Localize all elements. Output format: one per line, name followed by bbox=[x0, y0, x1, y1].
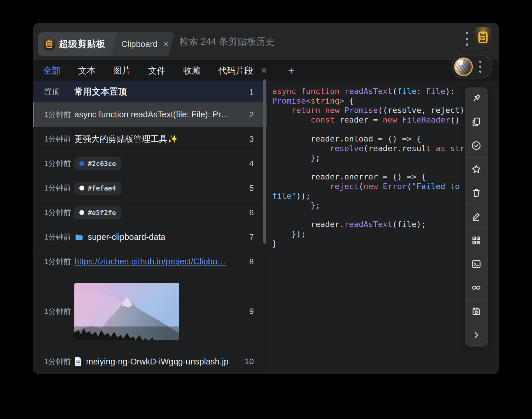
tab-label: 代码片段 bbox=[218, 65, 253, 77]
color-chip: #fefae4 bbox=[74, 182, 121, 195]
qr-code-button[interactable] bbox=[465, 229, 488, 252]
add-tab-button[interactable]: + bbox=[288, 65, 294, 77]
tab-label: 图片 bbox=[113, 65, 131, 77]
terminal-icon bbox=[471, 259, 482, 270]
trash-button[interactable] bbox=[465, 181, 488, 205]
check-circle-button[interactable] bbox=[465, 134, 488, 158]
filter-tab-bar: 全部文本图片文件收藏代码片段✕+ bbox=[33, 60, 499, 81]
app-logo bbox=[44, 39, 55, 50]
tab-6[interactable]: 代码片段✕ bbox=[218, 65, 267, 77]
row-content: 更强大的剪贴板管理工具✨ bbox=[74, 133, 242, 145]
row-index: 1 bbox=[244, 87, 254, 97]
save-icon bbox=[471, 306, 482, 317]
link-text[interactable]: https://ziuchen.github.io/project/Clipbo… bbox=[74, 257, 226, 266]
pin-icon bbox=[471, 93, 482, 104]
save-button[interactable] bbox=[465, 300, 488, 323]
star-button[interactable] bbox=[465, 158, 488, 181]
row-text: 更强大的剪贴板管理工具✨ bbox=[74, 133, 178, 145]
app-badge[interactable] bbox=[473, 27, 493, 47]
row-timestamp: 1分钟前 bbox=[33, 232, 74, 242]
row-index: 9 bbox=[244, 307, 254, 316]
row-index: 5 bbox=[244, 184, 254, 193]
row-content: meiying-ng-OrwkD-iWgqg-unsplash.jp bbox=[74, 357, 242, 366]
tab-1[interactable]: 全部 bbox=[43, 65, 61, 77]
mountain-photo bbox=[74, 283, 179, 340]
list-item[interactable]: 1分钟前#fefae45 bbox=[33, 176, 267, 200]
qr-code-icon bbox=[471, 235, 482, 246]
row-index: 4 bbox=[244, 159, 254, 168]
list-item[interactable]: 1分钟前 9 bbox=[33, 274, 267, 349]
edit-icon bbox=[471, 211, 482, 222]
folder-icon bbox=[74, 233, 84, 242]
color-swatch bbox=[79, 186, 84, 191]
list-item[interactable]: 1分钟前https://ziuchen.github.io/project/Cl… bbox=[33, 249, 267, 274]
tab-2[interactable]: 文本 bbox=[78, 65, 96, 77]
row-content: #2c63ce bbox=[74, 157, 242, 170]
row-timestamp: 1分钟前 bbox=[33, 183, 74, 193]
top-bar: Clipboard ✕ 超级剪贴板 bbox=[33, 23, 499, 60]
row-timestamp: 1分钟前 bbox=[33, 256, 74, 267]
list-item[interactable]: 1分钟前async function readAsText(file: File… bbox=[33, 102, 267, 127]
row-content bbox=[74, 283, 242, 340]
row-timestamp: 1分钟前 bbox=[33, 357, 74, 367]
row-index: 10 bbox=[244, 357, 254, 366]
star-icon bbox=[471, 164, 482, 175]
list-scrollbar[interactable] bbox=[263, 79, 266, 244]
list-item[interactable]: 置顶常用文本置顶1 bbox=[33, 81, 267, 102]
row-text: async function readAsText(file: File): P… bbox=[74, 110, 230, 119]
list-item[interactable]: 1分钟前#2c63ce4 bbox=[33, 151, 267, 176]
folder-name: super-clipboard-data bbox=[88, 232, 165, 242]
infinity-button[interactable] bbox=[465, 276, 488, 300]
row-content: 常用文本置顶 bbox=[74, 86, 242, 98]
list-item[interactable]: 1分钟前 super-clipboard-data7 bbox=[33, 225, 267, 249]
row-index: 2 bbox=[244, 110, 254, 119]
color-hex: #e5f2fe bbox=[88, 209, 116, 217]
tab-5[interactable]: 收藏 bbox=[183, 65, 201, 77]
row-index: 6 bbox=[244, 208, 254, 217]
color-hex: #fefae4 bbox=[88, 184, 116, 192]
title-tab-strip: Clipboard ✕ 超级剪贴板 bbox=[38, 32, 175, 56]
tab-3[interactable]: 图片 bbox=[113, 65, 131, 77]
edit-button[interactable] bbox=[465, 205, 488, 228]
tab-label: 文件 bbox=[148, 65, 166, 77]
tab-label: 文本 bbox=[78, 65, 96, 77]
app-title: 超级剪贴板 bbox=[59, 38, 106, 50]
chevron-right-icon bbox=[471, 329, 482, 341]
color-chip: #e5f2fe bbox=[74, 206, 121, 219]
row-timestamp: 1分钟前 bbox=[33, 158, 74, 169]
clipboard-tab-label: Clipboard bbox=[121, 39, 158, 49]
close-tab-icon[interactable]: ✕ bbox=[163, 40, 169, 48]
pin-button[interactable] bbox=[465, 87, 488, 110]
row-content: https://ziuchen.github.io/project/Clipbo… bbox=[74, 257, 242, 266]
clipboard-history-list: 置顶常用文本置顶11分钟前async function readAsText(f… bbox=[33, 81, 267, 374]
infinity-icon bbox=[471, 282, 482, 293]
row-content: super-clipboard-data bbox=[74, 232, 242, 242]
list-item[interactable]: 1分钟前 meiying-ng-OrwkD-iWgqg-unsplash.jp1… bbox=[33, 349, 267, 374]
color-swatch bbox=[79, 210, 84, 215]
row-index: 8 bbox=[244, 257, 254, 266]
list-item[interactable]: 1分钟前更强大的剪贴板管理工具✨3 bbox=[33, 127, 267, 151]
color-swatch bbox=[79, 161, 84, 166]
app-window: Clipboard ✕ 超级剪贴板 bbox=[33, 23, 499, 374]
clipboard-tab[interactable]: Clipboard ✕ bbox=[121, 32, 169, 56]
copy-button[interactable] bbox=[465, 110, 488, 134]
action-toolbar bbox=[465, 87, 488, 347]
avatar[interactable] bbox=[454, 57, 473, 76]
window-menu-icon[interactable] bbox=[466, 32, 468, 46]
clipboard-icon bbox=[476, 30, 490, 44]
chevron-right-button[interactable] bbox=[465, 323, 488, 347]
list-item[interactable]: 1分钟前#e5f2fe6 bbox=[33, 200, 267, 225]
terminal-button[interactable] bbox=[465, 252, 488, 276]
account-menu-icon[interactable] bbox=[479, 61, 481, 73]
tab-4[interactable]: 文件 bbox=[148, 65, 166, 77]
copy-icon bbox=[471, 116, 482, 128]
image-thumbnail bbox=[74, 283, 179, 340]
row-timestamp: 1分钟前 bbox=[33, 134, 74, 144]
search-input[interactable] bbox=[179, 33, 383, 50]
color-chip: #2c63ce bbox=[74, 157, 121, 170]
check-circle-icon bbox=[471, 140, 482, 151]
row-timestamp: 1分钟前 bbox=[33, 306, 74, 317]
row-text: 常用文本置顶 bbox=[74, 86, 127, 98]
app-title-segment: 超级剪贴板 bbox=[38, 32, 117, 56]
close-tab-icon[interactable]: ✕ bbox=[261, 66, 267, 75]
